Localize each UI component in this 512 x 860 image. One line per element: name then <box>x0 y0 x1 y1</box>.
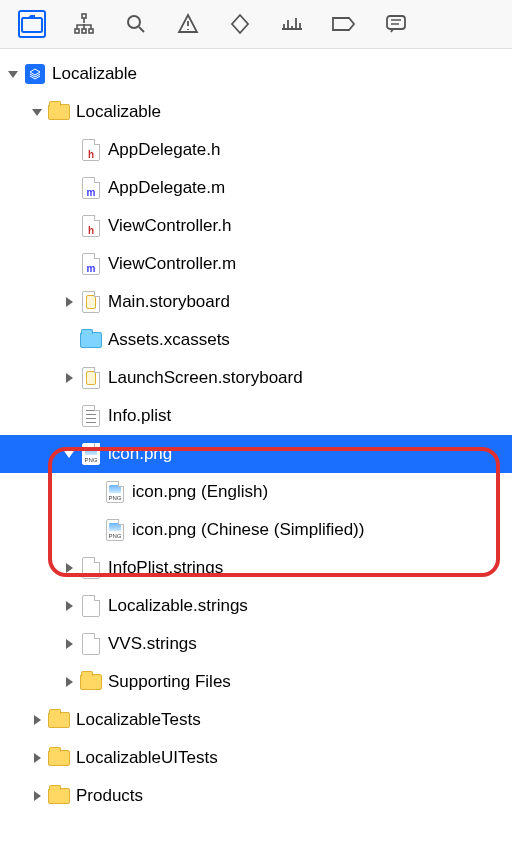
group-label: Supporting Files <box>108 672 231 692</box>
xcodeproj-icon <box>24 62 46 86</box>
report-navigator-tab[interactable] <box>382 10 410 38</box>
svg-point-5 <box>128 16 140 28</box>
group-label: LocalizableTests <box>76 710 201 730</box>
impl-file-icon: m <box>80 252 102 276</box>
file-label: Info.plist <box>108 406 171 426</box>
file-row[interactable]: PNG icon.png (Chinese (Simplified)) <box>0 511 512 549</box>
issue-navigator-tab[interactable] <box>174 10 202 38</box>
file-row-selected[interactable]: PNG icon.png <box>0 435 512 473</box>
file-row[interactable]: Assets.xcassets <box>0 321 512 359</box>
group-label: Localizable <box>76 102 161 122</box>
disclosure-triangle-right-icon[interactable] <box>30 789 44 803</box>
breakpoint-navigator-tab[interactable] <box>330 10 358 38</box>
disclosure-triangle-right-icon[interactable] <box>62 637 76 651</box>
file-label: Main.storyboard <box>108 292 230 312</box>
find-navigator-tab[interactable] <box>122 10 150 38</box>
file-row[interactable]: Info.plist <box>0 397 512 435</box>
file-row[interactable]: InfoPlist.strings <box>0 549 512 587</box>
file-row[interactable]: PNG icon.png (English) <box>0 473 512 511</box>
folder-icon <box>80 670 102 694</box>
strings-file-icon <box>80 632 102 656</box>
project-root-row[interactable]: Localizable <box>0 55 512 93</box>
svg-rect-4 <box>89 29 93 33</box>
group-label: Products <box>76 786 143 806</box>
file-row[interactable]: h ViewController.h <box>0 207 512 245</box>
disclosure-triangle-right-icon[interactable] <box>30 713 44 727</box>
file-row[interactable]: h AppDelegate.h <box>0 131 512 169</box>
assets-folder-icon <box>80 328 102 352</box>
file-label: AppDelegate.m <box>108 178 225 198</box>
strings-file-icon <box>80 594 102 618</box>
file-row[interactable]: LaunchScreen.storyboard <box>0 359 512 397</box>
source-control-navigator-tab[interactable] <box>70 10 98 38</box>
png-file-icon: PNG <box>104 480 126 504</box>
group-row[interactable]: Products <box>0 777 512 815</box>
file-label: ViewController.m <box>108 254 236 274</box>
svg-rect-3 <box>82 29 86 33</box>
svg-rect-2 <box>75 29 79 33</box>
file-label: InfoPlist.strings <box>108 558 223 578</box>
file-label: icon.png <box>108 444 172 464</box>
disclosure-triangle-down-icon[interactable] <box>62 447 76 461</box>
header-file-icon: h <box>80 214 102 238</box>
debug-navigator-tab[interactable] <box>278 10 306 38</box>
file-label: Localizable.strings <box>108 596 248 616</box>
navigator-toolbar <box>0 0 512 49</box>
disclosure-triangle-right-icon[interactable] <box>62 295 76 309</box>
group-row[interactable]: Localizable <box>0 93 512 131</box>
folder-icon <box>48 100 70 124</box>
disclosure-triangle-down-icon[interactable] <box>6 67 20 81</box>
project-tree: Localizable Localizable h AppDelegate.h … <box>0 49 512 815</box>
file-label: icon.png (Chinese (Simplified)) <box>132 520 364 540</box>
svg-rect-1 <box>82 14 86 18</box>
group-row[interactable]: LocalizableUITests <box>0 739 512 777</box>
project-navigator-tab[interactable] <box>18 10 46 38</box>
file-label: LaunchScreen.storyboard <box>108 368 303 388</box>
disclosure-triangle-right-icon[interactable] <box>62 371 76 385</box>
folder-icon <box>48 784 70 808</box>
header-file-icon: h <box>80 138 102 162</box>
svg-rect-0 <box>22 18 42 32</box>
png-file-icon: PNG <box>80 442 102 466</box>
file-label: VVS.strings <box>108 634 197 654</box>
strings-file-icon <box>80 556 102 580</box>
storyboard-file-icon <box>80 366 102 390</box>
file-row[interactable]: Localizable.strings <box>0 587 512 625</box>
file-label: Assets.xcassets <box>108 330 230 350</box>
file-row[interactable]: Main.storyboard <box>0 283 512 321</box>
impl-file-icon: m <box>80 176 102 200</box>
folder-icon <box>48 708 70 732</box>
test-navigator-tab[interactable] <box>226 10 254 38</box>
file-label: icon.png (English) <box>132 482 268 502</box>
group-row[interactable]: Supporting Files <box>0 663 512 701</box>
disclosure-triangle-right-icon[interactable] <box>62 599 76 613</box>
plist-file-icon <box>80 404 102 428</box>
disclosure-triangle-right-icon[interactable] <box>62 561 76 575</box>
group-label: LocalizableUITests <box>76 748 218 768</box>
group-row[interactable]: LocalizableTests <box>0 701 512 739</box>
disclosure-triangle-down-icon[interactable] <box>30 105 44 119</box>
disclosure-triangle-right-icon[interactable] <box>30 751 44 765</box>
file-row[interactable]: m AppDelegate.m <box>0 169 512 207</box>
file-label: AppDelegate.h <box>108 140 220 160</box>
svg-rect-6 <box>387 16 405 29</box>
file-label: ViewController.h <box>108 216 231 236</box>
folder-icon <box>48 746 70 770</box>
png-file-icon: PNG <box>104 518 126 542</box>
disclosure-triangle-right-icon[interactable] <box>62 675 76 689</box>
file-row[interactable]: VVS.strings <box>0 625 512 663</box>
file-row[interactable]: m ViewController.m <box>0 245 512 283</box>
project-root-label: Localizable <box>52 64 137 84</box>
storyboard-file-icon <box>80 290 102 314</box>
